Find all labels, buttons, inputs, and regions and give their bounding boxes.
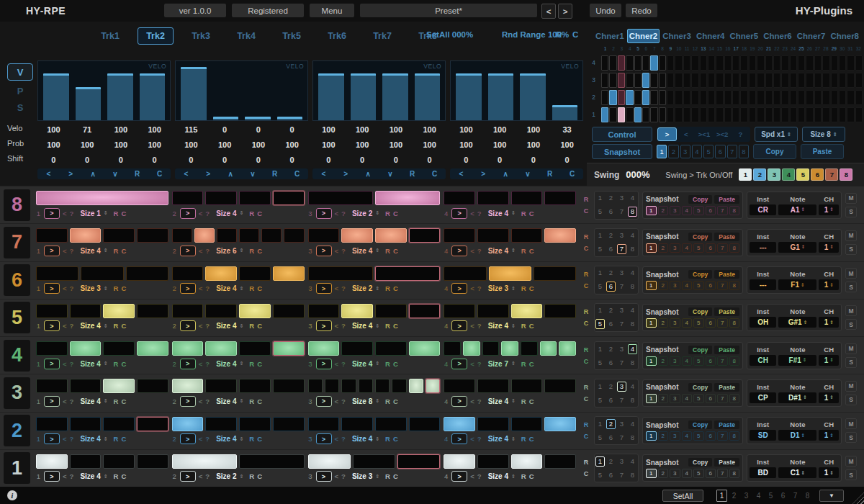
pattern-slot-5[interactable]: 5 [598, 359, 602, 367]
snapshot-slot-5[interactable]: 5 [693, 394, 704, 403]
shift-value-cell[interactable]: 0 [37, 153, 70, 166]
group-size-select[interactable]: Size 4 [488, 435, 508, 443]
snapshot-slot-6[interactable]: 6 [706, 394, 716, 403]
step-cell[interactable] [426, 379, 440, 393]
group-random-button[interactable]: ? [205, 397, 210, 405]
grid-cell[interactable] [806, 55, 813, 71]
pattern-slot-4[interactable]: 4 [631, 269, 634, 277]
note-value[interactable]: F1⇕ [778, 279, 816, 290]
row-mute-button[interactable]: M [845, 418, 857, 429]
group-size-select[interactable]: Size 6 [216, 247, 236, 255]
prob-value-cell[interactable]: 100 [380, 138, 413, 151]
track-tab-trk5[interactable]: Trk5 [274, 27, 310, 45]
snapshot-slot-3[interactable]: 3 [670, 281, 680, 290]
snapshot-slot-2[interactable]: 2 [658, 469, 669, 478]
step-cell[interactable] [511, 417, 543, 431]
track-tab-trk7[interactable]: Trk7 [364, 27, 400, 45]
ch-value[interactable]: 1⇕ [819, 279, 839, 290]
prob-value-cell[interactable]: 100 [346, 138, 379, 151]
velocity-bar[interactable] [520, 73, 546, 120]
grid-cell[interactable] [642, 73, 649, 88]
snapshot-slot-3[interactable]: 3 [670, 469, 680, 478]
shift-value-cell[interactable]: 0 [380, 153, 413, 166]
step-cell[interactable] [444, 191, 475, 205]
snapshot-slot-7[interactable]: 7 [717, 394, 728, 403]
step-cell[interactable] [273, 417, 305, 431]
group-randomize-button[interactable]: R [385, 397, 390, 405]
row-clear-button[interactable]: C [584, 282, 589, 289]
pattern-slot-3[interactable]: 3 [617, 382, 626, 392]
pattern-slot-8[interactable]: 8 [631, 320, 634, 328]
raise-button[interactable]: ∧ [357, 168, 379, 179]
direction-mode-button[interactable]: > [657, 127, 677, 141]
group-back-button[interactable]: < [335, 247, 339, 255]
pattern-slot-1[interactable]: 1 [598, 306, 602, 315]
grid-cell[interactable] [724, 73, 732, 88]
track-tab-trk2[interactable]: Trk2 [138, 27, 174, 45]
step-cell[interactable] [217, 228, 237, 243]
menu-button[interactable]: Menu [310, 4, 354, 17]
step-cell[interactable] [239, 417, 271, 431]
shift-right-button[interactable]: > [60, 168, 82, 179]
group-forward-button[interactable]: > [180, 208, 196, 219]
group-back-button[interactable]: < [63, 247, 67, 255]
step-cell[interactable] [103, 341, 135, 356]
step-cell[interactable] [239, 191, 271, 205]
pattern-slot-4[interactable]: 4 [631, 231, 634, 240]
trk-onoff-4[interactable]: 4 [782, 168, 795, 181]
snapshot-slot-2[interactable]: 2 [658, 431, 669, 441]
step-cell[interactable] [36, 191, 168, 205]
group-size-select[interactable]: Size 2 [216, 472, 236, 480]
group-random-button[interactable]: ? [205, 322, 210, 330]
snapshot-slot-2[interactable]: 2 [658, 281, 669, 290]
group-forward-button[interactable]: > [180, 283, 196, 294]
snapshot-paste-button[interactable]: Paste [801, 144, 844, 159]
group-clear-button[interactable]: C [257, 472, 262, 480]
velo-value-cell[interactable]: 100 [484, 122, 516, 136]
grid-cell[interactable] [626, 90, 633, 105]
snapshot-slot-5[interactable]: 5 [693, 281, 704, 290]
channel-tab-chner5[interactable]: Chner5 [728, 29, 761, 43]
group-size-select[interactable]: Size 4 [216, 210, 236, 217]
grid-cell[interactable] [749, 55, 756, 71]
step-cell[interactable] [261, 228, 282, 243]
grid-cell[interactable] [601, 73, 608, 88]
group-clear-button[interactable]: C [393, 210, 398, 217]
step-cell[interactable] [511, 228, 543, 243]
grid-cell[interactable] [790, 107, 797, 122]
snapshot-slot-6[interactable]: 6 [706, 243, 716, 253]
step-cell[interactable] [172, 417, 204, 431]
group-size-select[interactable]: Size 4 [488, 322, 508, 330]
grid-cell[interactable] [650, 107, 657, 122]
grid-cell[interactable] [781, 107, 788, 122]
group-back-button[interactable]: < [335, 360, 339, 368]
grid-cell[interactable] [700, 73, 707, 88]
grid-cell[interactable] [634, 73, 642, 88]
snapshot-slot-8[interactable]: 8 [729, 243, 740, 253]
step-cell[interactable] [273, 341, 305, 356]
grid-cell[interactable] [700, 90, 707, 105]
snapshot-slot-2[interactable]: 2 [658, 394, 669, 403]
group-back-button[interactable]: < [199, 435, 203, 443]
group-clear-button[interactable]: C [257, 435, 262, 443]
grid-cell[interactable] [831, 55, 838, 71]
note-value[interactable]: A1⇕ [778, 204, 816, 215]
row-solo-button[interactable]: S [845, 469, 857, 480]
grid-cell[interactable] [798, 107, 805, 122]
row-randomize-button[interactable]: R [584, 421, 589, 428]
pattern-slot-1[interactable]: 1 [598, 231, 602, 240]
grid-cell[interactable] [659, 55, 666, 71]
group-clear-button[interactable]: C [529, 284, 534, 292]
group-random-button[interactable]: ? [477, 435, 482, 443]
pattern-slot-6[interactable]: 6 [609, 471, 613, 480]
channel-tab-chner4[interactable]: Chner4 [694, 29, 727, 43]
step-cell[interactable] [559, 341, 576, 356]
speed-select[interactable]: Spd x1⇕ [755, 127, 798, 142]
group-random-button[interactable]: ? [477, 397, 482, 405]
row-clear-button[interactable]: C [584, 207, 589, 215]
pattern-slot-8[interactable]: 8 [631, 245, 634, 253]
group-forward-button[interactable]: > [316, 433, 332, 444]
velo-value-cell[interactable]: 33 [551, 122, 583, 136]
group-randomize-button[interactable]: R [385, 360, 390, 368]
group-randomize-button[interactable]: R [114, 247, 119, 255]
